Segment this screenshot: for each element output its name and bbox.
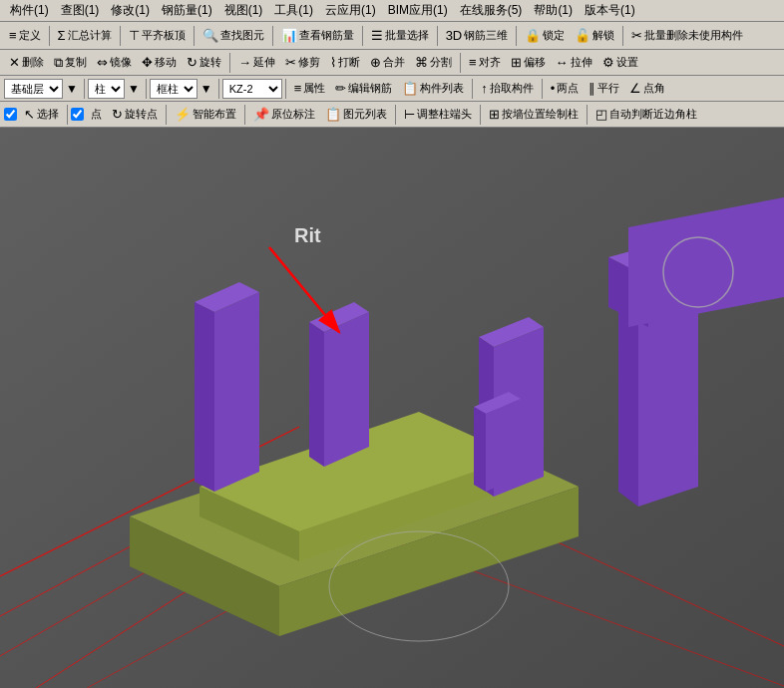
- component-sep: ▼: [125, 82, 143, 96]
- menu-item-yunyingyong[interactable]: 云应用(1): [319, 0, 382, 21]
- move-icon: ✥: [142, 55, 153, 70]
- sep22: [587, 105, 588, 125]
- cursor-icon: ↖: [24, 107, 35, 122]
- sep3: [194, 26, 195, 46]
- 3d-icon: 3D: [446, 28, 463, 43]
- btn-dingyi[interactable]: ≡ 定义: [5, 26, 45, 45]
- menu-item-zaixianfuwu[interactable]: 在线服务(5): [454, 0, 529, 21]
- component-list-icon: 📋: [402, 81, 418, 96]
- align-icon: ≡: [469, 55, 477, 70]
- delete-icon: ✕: [9, 55, 20, 70]
- angle-icon: ∠: [629, 81, 641, 96]
- btn-shezhi[interactable]: ⚙ 设置: [598, 53, 642, 72]
- wall-draw-icon: ⊞: [489, 107, 500, 122]
- btn-duiqi[interactable]: ≡ 对齐: [465, 53, 505, 72]
- btn-chazhao[interactable]: 🔍 查找图元: [198, 26, 268, 45]
- btn-xiujian[interactable]: ✂ 修剪: [281, 53, 324, 72]
- btn-shanchu[interactable]: ✕ 删除: [5, 53, 48, 72]
- btn-pianyi[interactable]: ⊞ 偏移: [507, 53, 550, 72]
- kz-select[interactable]: KZ-1 KZ-2 KZ-3: [222, 79, 282, 99]
- menu-item-banbenhao[interactable]: 版本号(1): [579, 0, 641, 21]
- sep2: [120, 26, 121, 46]
- svg-marker-17: [214, 292, 259, 492]
- btn-chakan[interactable]: 📊 查看钢筋量: [277, 26, 358, 45]
- btn-pingxing[interactable]: ∥ 平行: [585, 79, 623, 98]
- btn-piliangshanchu[interactable]: ✂ 批量删除未使用构件: [627, 26, 747, 45]
- point-checkbox[interactable]: [71, 108, 84, 121]
- btn-tuyuanliebiao[interactable]: 📋 图元列表: [321, 105, 391, 124]
- lock-icon: 🔒: [525, 28, 541, 43]
- btn-fenge[interactable]: ⌘ 分割: [411, 53, 456, 72]
- btn-xuanzhuan[interactable]: ↻ 旋转: [183, 53, 225, 72]
- btn-zhiengbuzhi[interactable]: ⚡ 智能布置: [171, 105, 240, 124]
- btn-yanshen[interactable]: → 延伸: [234, 53, 279, 72]
- sep5: [362, 26, 363, 46]
- btn-anqianghui[interactable]: ⊞ 按墙位置绘制柱: [485, 105, 583, 124]
- svg-marker-20: [324, 312, 369, 467]
- btn-zidongpanduan[interactable]: ◰ 自动判断近边角柱: [591, 105, 701, 124]
- svg-marker-16: [195, 302, 214, 492]
- btn-piliang[interactable]: ☰ 批量选择: [367, 26, 433, 45]
- label-icon: 📌: [253, 107, 269, 122]
- sigma-icon: Σ: [58, 28, 66, 43]
- btn-pingqi[interactable]: ⊤ 平齐板顶: [125, 26, 190, 45]
- frame-select[interactable]: 框柱 暗柱: [150, 79, 197, 99]
- menu-item-gangjianliang[interactable]: 钢筋量(1): [156, 0, 218, 21]
- delete-unused-icon: ✂: [631, 28, 642, 43]
- btn-bianjigangjin[interactable]: ✏ 编辑钢筋: [331, 79, 396, 98]
- sep7: [516, 26, 517, 46]
- sep14: [285, 79, 286, 99]
- btn-taiqugujian[interactable]: ↑ 抬取构件: [477, 79, 538, 98]
- element-list-icon: 📋: [325, 107, 341, 122]
- svg-marker-26: [486, 399, 521, 492]
- svg-marker-19: [309, 322, 324, 467]
- auto-corner-icon: ◰: [595, 107, 607, 122]
- sep21: [480, 105, 481, 125]
- smart-place-icon: ⚡: [175, 107, 191, 122]
- btn-xuanze[interactable]: ↖ 选择: [20, 105, 63, 124]
- rotate-point-icon: ↻: [112, 107, 123, 122]
- layer-select[interactable]: 基础层 第1层: [4, 79, 63, 99]
- menu-item-bimyingyong[interactable]: BIM应用(1): [382, 0, 454, 21]
- btn-yidong[interactable]: ✥ 移动: [138, 53, 181, 72]
- menu-item-bangzhu[interactable]: 帮助(1): [528, 0, 579, 21]
- rotate-icon: ↻: [187, 55, 197, 70]
- btn-suoding[interactable]: 🔒 锁定: [521, 26, 569, 45]
- menu-item-gongju[interactable]: 工具(1): [268, 0, 319, 21]
- btn-jingxiang[interactable]: ⇔ 镜像: [93, 53, 136, 72]
- merge-icon: ⊕: [370, 55, 381, 70]
- btn-dian[interactable]: 点: [87, 105, 106, 124]
- btn-xuanzhuandian[interactable]: ↻ 旋转点: [108, 105, 162, 124]
- component-select[interactable]: 柱 梁: [88, 79, 125, 99]
- canvas-rit-label: Rit: [294, 224, 321, 246]
- btn-shuxing[interactable]: ≡ 属性: [290, 79, 330, 98]
- sep15: [472, 79, 473, 99]
- btn-tiaozheng[interactable]: ⊢ 调整柱端头: [400, 105, 476, 124]
- btn-hebing[interactable]: ⊕ 合并: [366, 53, 409, 72]
- btn-lashen[interactable]: ↔ 拉伸: [552, 53, 596, 72]
- mirror-icon: ⇔: [97, 55, 108, 70]
- stretch-icon: ↔: [556, 55, 569, 70]
- pingqi-icon: ⊤: [129, 28, 140, 43]
- btn-yuanweibiaozhu[interactable]: 📌 原位标注: [249, 105, 319, 124]
- menu-item-chatu[interactable]: 查图(1): [55, 0, 106, 21]
- menu-item-xiugai[interactable]: 修改(1): [105, 0, 156, 21]
- canvas-area[interactable]: Rit: [0, 128, 784, 688]
- sep11: [84, 79, 85, 99]
- btn-daduan[interactable]: ⌇ 打断: [326, 53, 364, 72]
- btn-jiesuo[interactable]: 🔓 解锁: [571, 26, 618, 45]
- menu-item-gujian[interactable]: 构件(1): [4, 0, 55, 21]
- frame-sep: ▼: [197, 82, 215, 96]
- btn-gangjian3d[interactable]: 3D 钢筋三维: [442, 26, 513, 45]
- btn-dianjiao[interactable]: ∠ 点角: [625, 79, 669, 98]
- dingyi-icon: ≡: [9, 28, 17, 43]
- btn-gujianliebiao[interactable]: 📋 构件列表: [398, 79, 468, 98]
- select-checkbox[interactable]: [4, 108, 17, 121]
- sep19: [244, 105, 245, 125]
- sep12: [146, 79, 147, 99]
- btn-huizong[interactable]: Σ 汇总计算: [54, 26, 116, 45]
- toolbar4: ↖ 选择 点 ↻ 旋转点 ⚡ 智能布置 📌 原位标注 📋 图元列表 ⊢ 调整柱端…: [0, 102, 784, 128]
- btn-liangdian[interactable]: • 两点: [547, 79, 584, 98]
- btn-fuzhi[interactable]: ⧉ 复制: [50, 53, 91, 73]
- menu-item-shitu[interactable]: 视图(1): [218, 0, 269, 21]
